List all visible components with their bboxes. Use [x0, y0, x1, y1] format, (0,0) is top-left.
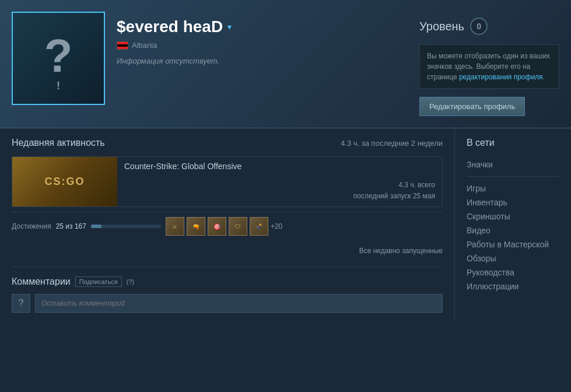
- sidebar-link-inventory[interactable]: Инвентарь: [467, 195, 559, 209]
- avatar-exclamation: !: [57, 80, 60, 92]
- activity-title: Недавняя активность: [12, 138, 105, 148]
- all-recent-link[interactable]: Все недавно запущенные: [359, 247, 443, 255]
- sidebar-link-games[interactable]: Игры: [467, 181, 559, 195]
- no-info-text: Информация отсутствует.: [117, 57, 408, 65]
- comment-input-field[interactable]: [35, 294, 443, 313]
- game-info: Counter-Strike: Global Offensive 4.3 ч. …: [117, 157, 442, 206]
- sidebar-separator-1: [467, 176, 559, 177]
- badge-hint-link[interactable]: редактирования профиля: [459, 73, 543, 81]
- badge-hint-end: .: [543, 73, 545, 81]
- country-row: Albania: [117, 41, 408, 50]
- avatar-question-mark: ?: [44, 33, 73, 79]
- game-thumbnail: CS:GO: [12, 157, 117, 206]
- activity-time-summary: 4.3 ч. за последние 2 недели: [341, 139, 443, 148]
- subscribe-link[interactable]: Подписаться: [75, 276, 122, 287]
- achievements-label: Достижения: [12, 222, 51, 230]
- game-card[interactable]: CS:GO Counter-Strike: Global Offensive 4…: [12, 156, 443, 207]
- last-played: последний запуск 25 мая: [124, 191, 435, 202]
- username: $evered heaD: [117, 18, 223, 36]
- profile-info: $evered heaD ▾ Albania Информация отсутс…: [117, 12, 408, 65]
- subscribe-help-icon[interactable]: (?): [127, 278, 134, 285]
- edit-profile-button[interactable]: Редактировать профиль: [419, 97, 525, 116]
- badge-hint: Вы можете отобразить один из ваших значк…: [419, 44, 559, 89]
- comments-title: Комментарии: [12, 276, 71, 287]
- sidebar-link-guides[interactable]: Руководства: [467, 265, 559, 279]
- achievement-icon-2: 🔫: [187, 217, 205, 236]
- sidebar-nav: Значки Игры Инвентарь Скриншоты Видео Ра…: [467, 158, 559, 293]
- achievements-row: Достижения 25 из 167 ⚔ 🔫 🎯 🛡 💣 +20: [12, 212, 443, 240]
- level-section: Уровень 0: [419, 18, 488, 35]
- achievement-icons: ⚔ 🔫 🎯 🛡 💣 +20: [166, 217, 282, 236]
- achievements-count: 25 из 167: [56, 222, 86, 230]
- achievements-bar-fill: [91, 225, 101, 228]
- comment-input-row: ?: [12, 294, 443, 313]
- comment-user-avatar: ?: [12, 294, 30, 313]
- achievement-icon-4: 🛡: [229, 217, 247, 236]
- country-name: Albania: [132, 41, 157, 50]
- online-status: В сети: [467, 138, 559, 148]
- sidebar-link-screenshots[interactable]: Скриншоты: [467, 209, 559, 223]
- sidebar-link-reviews[interactable]: Обзоры: [467, 251, 559, 265]
- level-label: Уровень: [419, 20, 464, 33]
- comments-header: Комментарии Подписаться (?): [12, 276, 443, 287]
- csgo-logo: CS:GO: [12, 157, 117, 206]
- all-recent: Все недавно запущенные: [12, 246, 443, 255]
- achievement-icon-3: 🎯: [208, 217, 226, 236]
- achievement-icon-5: 💣: [250, 217, 268, 236]
- sidebar-link-art[interactable]: Иллюстрации: [467, 279, 559, 293]
- main-content: Недавняя активность 4.3 ч. за последние …: [0, 128, 571, 322]
- content-left: Недавняя активность 4.3 ч. за последние …: [0, 128, 454, 322]
- game-title[interactable]: Counter-Strike: Global Offensive: [124, 162, 435, 171]
- achievement-icon-1: ⚔: [166, 217, 184, 236]
- activity-section-header: Недавняя активность 4.3 ч. за последние …: [12, 138, 443, 148]
- sidebar-link-video[interactable]: Видео: [467, 223, 559, 237]
- comments-section: Комментарии Подписаться (?) ?: [12, 267, 443, 313]
- username-dropdown-arrow[interactable]: ▾: [227, 22, 232, 32]
- avatar: ? !: [12, 12, 105, 105]
- sidebar-link-workshop[interactable]: Работы в Мастерской: [467, 237, 559, 251]
- achievements-plus-more: +20: [271, 222, 282, 230]
- game-playtime: 4.3 ч. всего последний запуск 25 мая: [124, 180, 435, 202]
- achievements-progress-bar: [91, 225, 161, 228]
- right-sidebar: В сети Значки Игры Инвентарь Скриншоты В…: [454, 128, 571, 322]
- sidebar-link-badges[interactable]: Значки: [467, 158, 559, 172]
- level-badge: 0: [470, 18, 488, 35]
- total-hours: 4.3 ч. всего: [124, 180, 435, 191]
- country-flag-icon: [117, 41, 128, 50]
- profile-right-panel: Уровень 0 Вы можете отобразить один из в…: [419, 12, 559, 116]
- username-row: $evered heaD ▾: [117, 18, 408, 36]
- profile-header: ? ! $evered heaD ▾ Albania Информация от…: [0, 0, 571, 128]
